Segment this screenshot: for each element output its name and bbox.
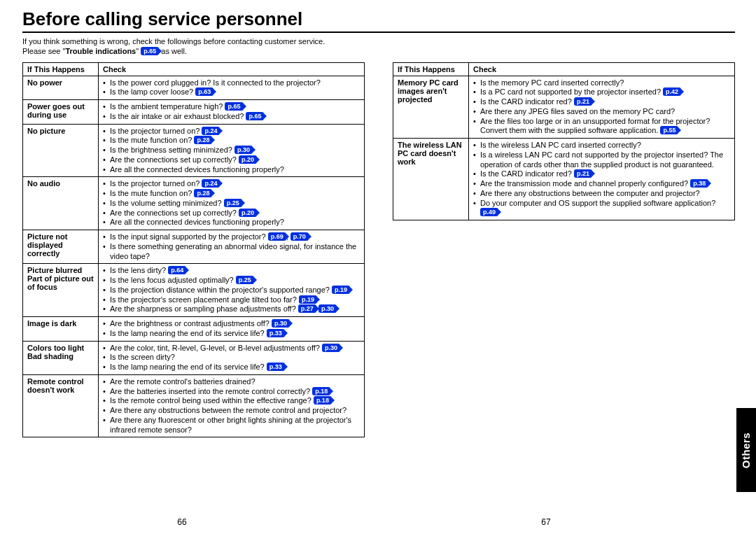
troubleshoot-table-left: If This Happens Check No powerIs the pow…: [22, 62, 365, 438]
check-cell: Is the lens dirty? p.64Is the lens focus…: [99, 264, 365, 317]
troubleshoot-table-right: If This Happens Check Memory PC card ima…: [393, 62, 735, 221]
check-item: Is the mute function on? p.28: [103, 189, 360, 199]
page-ref-icon: p.28: [194, 136, 212, 144]
check-item: Is the mute function on? p.28: [103, 136, 360, 146]
section-tab-label: Others: [741, 432, 752, 468]
symptom-cell: Power goes out during use: [23, 100, 99, 125]
check-item: Is the air intake or air exhaust blocked…: [103, 112, 360, 122]
symptom-cell: Remote control doesn't work: [23, 374, 99, 437]
intro-line1: If you think something is wrong, check t…: [22, 37, 325, 45]
check-cell: Is the projector turned on? p.24Is the m…: [99, 124, 365, 177]
check-item: Is the lens focus adjusted optimally? p.…: [103, 276, 360, 286]
check-item: Are the remote control's batteries drain…: [103, 377, 360, 387]
check-item: Is the screen dirty?: [103, 353, 360, 363]
page-ref-icon: p.20: [239, 155, 257, 164]
table-row: Image is darkAre the brightness or contr…: [23, 317, 365, 342]
page-ref-icon: p.24: [202, 179, 220, 188]
check-cell: Is the input signal supported by the pro…: [99, 230, 365, 264]
page-ref-icon: p.64: [168, 266, 186, 274]
section-tab: Others: [736, 408, 756, 492]
table-header-symptom: If This Happens: [393, 62, 469, 76]
check-item: Is the ambient temperature high? p.65: [103, 102, 360, 112]
table-row: No pictureIs the projector turned on? p.…: [23, 124, 365, 177]
check-cell: Are the brightness or contrast adjustmen…: [99, 317, 365, 342]
intro-line2d: as well.: [159, 47, 187, 55]
check-item: Is the lamp nearing the end of its servi…: [103, 329, 360, 339]
page-ref-icon: p.69: [268, 232, 286, 241]
check-cell: Is the ambient temperature high? p.65Is …: [99, 100, 365, 125]
check-item: Is the lamp nearing the end of its servi…: [103, 363, 360, 372]
check-cell: Is the wireless LAN PC card inserted cor…: [469, 139, 735, 220]
page-ref-icon: p.28: [194, 189, 212, 197]
page-ref-icon: p.19: [332, 286, 350, 294]
check-cell: Are the remote control's batteries drain…: [99, 374, 365, 437]
check-cell: Is the memory PC card inserted correctly…: [469, 76, 735, 139]
check-item: Is the volume setting minimized? p.25: [103, 199, 360, 209]
check-item: Is the brightness setting minimized? p.3…: [103, 146, 360, 155]
right-column: If This Happens Check Memory PC card ima…: [393, 62, 735, 438]
table-row: The wireless LAN PC card doesn't workIs …: [393, 139, 735, 220]
page-ref-icon: p.20: [239, 209, 257, 217]
intro-line2b: Trouble indications: [65, 47, 136, 55]
check-item: Is the lamp cover loose? p.63: [103, 87, 360, 97]
page-ref-icon: p.21: [574, 97, 592, 106]
symptom-cell: Image is dark: [23, 317, 99, 342]
check-item: Are there any obstructions between the r…: [103, 406, 360, 416]
check-item: Do your computer and OS support the supp…: [473, 199, 731, 218]
check-item: Are the connections set up correctly? p.…: [103, 209, 360, 218]
page-title: Before calling service personnel: [22, 8, 735, 33]
check-item: Is the lens dirty? p.64: [103, 266, 360, 276]
page-ref-icon: p.38: [690, 179, 708, 188]
check-item: Are there any obstructions between the c…: [473, 189, 731, 199]
check-item: Are the brightness or contrast adjustmen…: [103, 319, 360, 329]
left-column: If This Happens Check No powerIs the pow…: [22, 62, 365, 438]
page-ref-icon: p.30: [318, 304, 337, 313]
symptom-cell: Picture not displayed correctly: [23, 230, 99, 264]
table-header-check: Check: [99, 62, 365, 76]
check-item: Is the remote control being used within …: [103, 396, 360, 406]
page-ref-icon: p.24: [202, 127, 220, 135]
check-item: Are the transmission mode and channel pr…: [473, 179, 731, 189]
check-item: Is the power cord plugged in? Is it conn…: [103, 78, 360, 88]
table-header-check: Check: [469, 62, 735, 76]
symptom-cell: Colors too light Bad shading: [23, 341, 99, 374]
page-ref-icon: p.30: [234, 146, 253, 154]
check-item: Are the connections set up correctly? p.…: [103, 155, 360, 165]
check-cell: Is the projector turned on? p.24Is the m…: [99, 177, 365, 230]
check-item: Is a PC card not supported by the projec…: [473, 87, 731, 97]
check-item: Are the batteries inserted into the remo…: [103, 387, 360, 397]
check-item: Are there any fluorescent or other brigh…: [103, 416, 360, 435]
page-ref-icon: p.63: [195, 87, 214, 96]
check-item: Is the projector's screen placement angl…: [103, 295, 360, 305]
check-item: Is there something generating an abnorma…: [103, 242, 360, 262]
page-ref-icon: p.49: [480, 208, 498, 216]
check-item: Is a wireless LAN PC card not supported …: [473, 150, 731, 170]
symptom-cell: Picture blurred Part of picture out of f…: [23, 264, 99, 317]
check-item: Is the projection distance within the pr…: [103, 286, 360, 295]
check-cell: Are the color, tint, R-level, G-level, o…: [99, 341, 365, 374]
table-header-symptom: If This Happens: [23, 62, 99, 76]
check-item: Is the CARD indicator red? p.21: [473, 169, 731, 179]
check-item: Is the wireless LAN PC card inserted cor…: [473, 141, 731, 150]
check-item: Are all the connected devices functionin…: [103, 165, 360, 175]
table-row: Power goes out during useIs the ambient …: [23, 100, 365, 125]
symptom-cell: The wireless LAN PC card doesn't work: [393, 139, 469, 220]
page-ref-icon: p.42: [663, 87, 681, 96]
intro-line2c: ": [136, 47, 141, 55]
page-ref-icon: p.18: [312, 387, 330, 395]
page-ref-icon: p.19: [299, 295, 317, 304]
page-ref-icon: p.65: [225, 102, 243, 111]
table-row: Colors too light Bad shadingAre the colo…: [23, 341, 365, 374]
symptom-cell: No picture: [23, 124, 99, 177]
intro-line2a: Please see ": [22, 47, 65, 55]
check-item: Is the projector turned on? p.24: [103, 179, 360, 189]
page-number-right: 67: [364, 517, 728, 527]
check-item: Are there any JPEG files saved on the me…: [473, 107, 731, 117]
page-ref-icon: p.25: [236, 276, 254, 284]
page-ref-icon: p.65: [246, 112, 264, 120]
page-ref-icon: p.33: [267, 329, 285, 337]
table-row: Picture not displayed correctlyIs the in…: [23, 230, 365, 264]
check-cell: Is the power cord plugged in? Is it conn…: [99, 76, 365, 100]
table-row: No audioIs the projector turned on? p.24…: [23, 177, 365, 230]
check-item: Is the CARD indicator red? p.21: [473, 97, 731, 107]
